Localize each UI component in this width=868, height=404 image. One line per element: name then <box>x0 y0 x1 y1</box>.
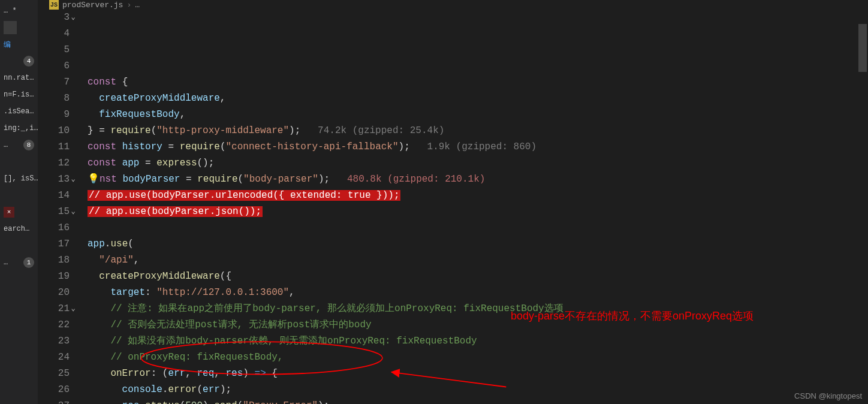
line-number: 5 <box>38 42 70 58</box>
code-line[interactable]: app.use( <box>84 236 868 252</box>
sidebar-item[interactable]: 编 <box>0 36 38 53</box>
code-line[interactable] <box>84 220 868 236</box>
scroll-thumb[interactable] <box>858 24 867 72</box>
fold-toggle[interactable]: ⌄ <box>68 171 78 188</box>
code-line[interactable]: res.status(500).send("Proxy Error"); <box>84 398 868 404</box>
line-number: 23 <box>38 333 70 349</box>
fold-toggle[interactable] <box>68 155 78 171</box>
line-number: 4 <box>38 26 70 42</box>
sidebar-item[interactable]: earch… <box>0 221 38 237</box>
sidebar-item[interactable]: …1 <box>0 254 38 271</box>
fold-toggle[interactable]: ⌄ <box>68 10 78 26</box>
fold-toggle[interactable] <box>68 42 78 58</box>
line-number: 7 <box>38 74 70 91</box>
line-number: 14 <box>38 188 70 204</box>
line-number: 24 <box>38 349 70 366</box>
sidebar-item[interactable]: n=F.is… <box>0 86 38 103</box>
badge: 8 <box>23 140 34 150</box>
line-number: 12 <box>38 155 70 171</box>
code-line[interactable]: createProxyMiddleware, <box>84 91 868 107</box>
fold-toggle[interactable] <box>68 236 78 252</box>
line-number: 15 <box>38 204 70 220</box>
code-line[interactable]: fixRequestBody, <box>84 107 868 123</box>
line-number: 21 <box>38 301 70 317</box>
fold-toggle[interactable] <box>68 91 78 107</box>
line-number: 3 <box>38 10 70 26</box>
fold-toggle[interactable] <box>68 220 78 236</box>
fold-toggle[interactable] <box>68 58 78 74</box>
line-number: 19 <box>38 269 70 285</box>
fold-toggle[interactable] <box>68 285 78 301</box>
code-line[interactable]: const history = require("connect-history… <box>84 139 868 155</box>
code-line[interactable]: // onProxyReq: fixRequestBody, <box>84 349 868 366</box>
fold-toggle[interactable] <box>68 26 78 42</box>
code-line[interactable]: console.error(err); <box>84 382 868 398</box>
line-number: 8 <box>38 91 70 107</box>
fold-toggle[interactable] <box>68 123 78 139</box>
breadcrumb-file[interactable]: prodServer.js <box>62 1 123 10</box>
code-line[interactable]: // app.use(bodyParser.json()); <box>84 204 868 220</box>
sidebar-item[interactable]: …8 <box>0 137 38 153</box>
sidebar: … *编4nn.rat…n=F.is….isSea…ing:_,i……8[], … <box>0 0 38 404</box>
fold-toggle[interactable]: ⌄ <box>68 301 78 317</box>
badge: 4 <box>23 56 34 67</box>
breadcrumb-rest[interactable]: … <box>135 1 140 10</box>
code-line[interactable]: "/api", <box>84 252 868 269</box>
fold-toggle[interactable]: › <box>68 398 78 404</box>
code-line[interactable]: 💡nst bodyParser = require("body-parser")… <box>84 171 868 188</box>
code-line[interactable]: const { <box>84 74 868 91</box>
sidebar-item[interactable] <box>0 153 38 170</box>
fold-toggle[interactable]: ⌄ <box>68 204 78 220</box>
sidebar-item[interactable] <box>0 237 38 254</box>
line-number: 27 <box>38 398 70 404</box>
line-number: 6 <box>38 58 70 74</box>
fold-toggle[interactable] <box>68 107 78 123</box>
breadcrumb[interactable]: JS prodServer.js › … <box>38 0 868 10</box>
sidebar-item[interactable]: ing:_,i… <box>0 120 38 137</box>
line-number: 11 <box>38 139 70 155</box>
code-line[interactable]: createProxyMiddleware({ <box>84 269 868 285</box>
sidebar-item[interactable]: 4 <box>0 53 38 70</box>
sidebar-item[interactable]: … * <box>0 2 38 19</box>
sidebar-item[interactable] <box>0 187 38 204</box>
line-number: 18 <box>38 252 70 269</box>
fold-toggle[interactable] <box>68 188 78 204</box>
code-line[interactable]: } = require("http-proxy-middleware"); 74… <box>84 123 868 139</box>
sidebar-item[interactable]: .isSea… <box>0 103 38 120</box>
fold-toggle[interactable] <box>68 317 78 333</box>
code-line[interactable]: target: "http://127.0.0.1:3600", <box>84 285 868 301</box>
line-number: 26 <box>38 382 70 398</box>
sidebar-item[interactable]: [], isS… <box>0 170 38 187</box>
fold-toggle[interactable] <box>68 366 78 382</box>
code-line[interactable]: // 如果没有添加body-parser依赖, 则无需添加onProxyReq:… <box>84 333 868 349</box>
js-file-icon: JS <box>49 0 59 10</box>
fold-toggle[interactable] <box>68 349 78 366</box>
line-number: 16 <box>38 220 70 236</box>
annotation-text: body-parse不存在的情况，不需要onProxyReq选项 <box>511 308 754 324</box>
fold-toggle[interactable] <box>68 139 78 155</box>
code-editor[interactable]: const { createProxyMiddleware, fixReques… <box>84 10 868 404</box>
fold-toggle[interactable] <box>68 74 78 91</box>
fold-toggle[interactable] <box>68 382 78 398</box>
fold-toggle[interactable] <box>68 269 78 285</box>
sidebar-item[interactable]: × <box>0 204 38 221</box>
sidebar-item[interactable]: nn.rat… <box>0 70 38 86</box>
fold-toggle[interactable] <box>68 252 78 269</box>
fold-toggle[interactable] <box>68 333 78 349</box>
line-number: 25 <box>38 366 70 382</box>
badge: 1 <box>23 257 34 268</box>
code-line[interactable]: const app = express(); <box>84 155 868 171</box>
code-line[interactable]: // app.use(bodyParser.urlencoded({ exten… <box>84 188 868 204</box>
line-number: 13 <box>38 171 70 188</box>
line-number: 9 <box>38 107 70 123</box>
sidebar-item[interactable] <box>0 19 38 36</box>
vertical-scrollbar[interactable] <box>858 24 867 404</box>
code-line[interactable]: onError: (err, req, res) => { <box>84 366 868 382</box>
line-number: 20 <box>38 285 70 301</box>
line-number: 17 <box>38 236 70 252</box>
line-number: 22 <box>38 317 70 333</box>
watermark: CSDN @kingtopest <box>794 391 862 400</box>
line-number: 10 <box>38 123 70 139</box>
breadcrumb-sep-icon: › <box>126 1 131 10</box>
